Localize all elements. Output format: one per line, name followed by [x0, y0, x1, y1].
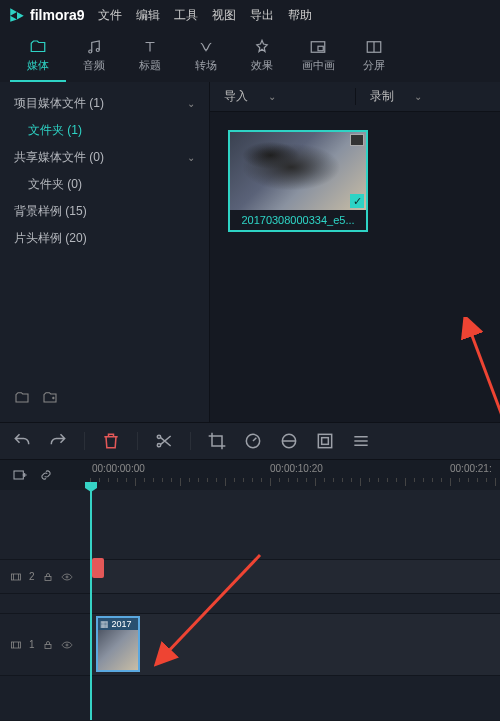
- svg-point-7: [157, 444, 160, 447]
- svg-rect-14: [12, 574, 21, 580]
- chevron-down-icon: ⌄: [187, 152, 195, 163]
- track-row[interactable]: 2: [0, 560, 500, 594]
- tab-pip[interactable]: 画中画: [290, 30, 346, 82]
- eye-icon[interactable]: [61, 571, 73, 583]
- tab-media[interactable]: 媒体: [10, 30, 66, 82]
- svg-rect-10: [318, 434, 331, 447]
- sidebar-item-shared-media[interactable]: 共享媒体文件 (0)⌄: [0, 144, 209, 171]
- track-header: 2: [0, 560, 90, 593]
- timeline-tracks: 2 1 ▦ 2017: [0, 490, 500, 720]
- timeline-ruler[interactable]: 00:00:00:00 00:00:10:20 00:00:21:: [90, 460, 500, 490]
- sidebar-item-folder-0[interactable]: 文件夹 (0): [0, 171, 209, 198]
- new-folder-icon[interactable]: [14, 390, 30, 406]
- tab-transition[interactable]: 转场: [178, 30, 234, 82]
- media-sidebar: 项目媒体文件 (1)⌄ 文件夹 (1) 共享媒体文件 (0)⌄ 文件夹 (0) …: [0, 82, 210, 422]
- svg-rect-12: [14, 471, 23, 479]
- svg-point-16: [66, 576, 68, 578]
- chevron-down-icon: ⌄: [414, 91, 422, 102]
- tab-title[interactable]: 标题: [122, 30, 178, 82]
- menu-view[interactable]: 视图: [212, 7, 236, 24]
- sidebar-item-bg-samples[interactable]: 背景样例 (15): [0, 198, 209, 225]
- tab-label: 画中画: [302, 58, 335, 73]
- svg-point-1: [96, 48, 99, 51]
- lock-icon[interactable]: [42, 639, 54, 651]
- speed-button[interactable]: [243, 431, 263, 451]
- track-header: 1: [0, 614, 90, 675]
- undo-button[interactable]: [12, 431, 32, 451]
- menu-file[interactable]: 文件: [98, 7, 122, 24]
- tab-audio[interactable]: 音频: [66, 30, 122, 82]
- tab-label: 音频: [83, 58, 105, 73]
- playhead[interactable]: [90, 490, 92, 720]
- chevron-down-icon: ⌄: [187, 98, 195, 109]
- chevron-down-icon: ⌄: [268, 91, 276, 102]
- eye-icon[interactable]: [61, 639, 73, 651]
- svg-rect-3: [318, 46, 323, 51]
- svg-point-0: [89, 50, 92, 53]
- delete-button[interactable]: [101, 431, 121, 451]
- video-track-icon: [10, 639, 22, 651]
- svg-point-19: [66, 644, 68, 646]
- svg-rect-11: [322, 438, 329, 445]
- timeline-clip[interactable]: ▦ 2017: [96, 616, 140, 672]
- timecode: 00:00:21:: [450, 463, 492, 474]
- menu-export[interactable]: 导出: [250, 7, 274, 24]
- track-row[interactable]: 1 ▦ 2017: [0, 614, 500, 676]
- menu-tools[interactable]: 工具: [174, 7, 198, 24]
- import-dropdown[interactable]: 导入⌄: [210, 88, 356, 105]
- app-logo: filmora9: [8, 6, 84, 24]
- tab-label: 媒体: [27, 58, 49, 73]
- svg-rect-15: [45, 576, 51, 580]
- menu-edit[interactable]: 编辑: [136, 7, 160, 24]
- timeline-marker[interactable]: [92, 558, 104, 578]
- crop-button[interactable]: [207, 431, 227, 451]
- sidebar-item-project-media[interactable]: 项目媒体文件 (1)⌄: [0, 90, 209, 117]
- color-button[interactable]: [279, 431, 299, 451]
- tab-label: 标题: [139, 58, 161, 73]
- clip-thumbnail: ✓: [230, 132, 366, 210]
- svg-line-5: [468, 325, 500, 437]
- video-track-icon: [10, 571, 22, 583]
- svg-point-6: [157, 435, 160, 438]
- split-button[interactable]: [154, 431, 174, 451]
- svg-rect-17: [12, 642, 21, 648]
- tab-label: 效果: [251, 58, 273, 73]
- timecode: 00:00:00:00: [92, 463, 145, 474]
- video-badge-icon: [350, 134, 364, 146]
- timecode: 00:00:10:20: [270, 463, 323, 474]
- link-button[interactable]: [38, 467, 54, 483]
- tab-label: 转场: [195, 58, 217, 73]
- sidebar-item-folder-1[interactable]: 文件夹 (1): [0, 117, 209, 144]
- sidebar-item-intro-samples[interactable]: 片头样例 (20): [0, 225, 209, 252]
- settings-button[interactable]: [351, 431, 371, 451]
- menu-help[interactable]: 帮助: [288, 7, 312, 24]
- lock-icon[interactable]: [42, 571, 54, 583]
- redo-button[interactable]: [48, 431, 68, 451]
- tab-effect[interactable]: 效果: [234, 30, 290, 82]
- media-clip[interactable]: ✓ 20170308000334_e5...: [228, 130, 368, 232]
- green-screen-button[interactable]: [315, 431, 335, 451]
- add-folder-icon[interactable]: [42, 390, 58, 406]
- tab-splitscreen[interactable]: 分屏: [346, 30, 402, 82]
- timeline-toolbar: [0, 422, 500, 460]
- check-icon: ✓: [350, 194, 364, 208]
- tab-label: 分屏: [363, 58, 385, 73]
- svg-rect-18: [45, 644, 51, 648]
- media-grid: ✓ 20170308000334_e5...: [210, 112, 500, 422]
- clip-filename: 20170308000334_e5...: [230, 210, 366, 230]
- record-dropdown[interactable]: 录制⌄: [356, 88, 501, 105]
- add-track-button[interactable]: [12, 467, 28, 483]
